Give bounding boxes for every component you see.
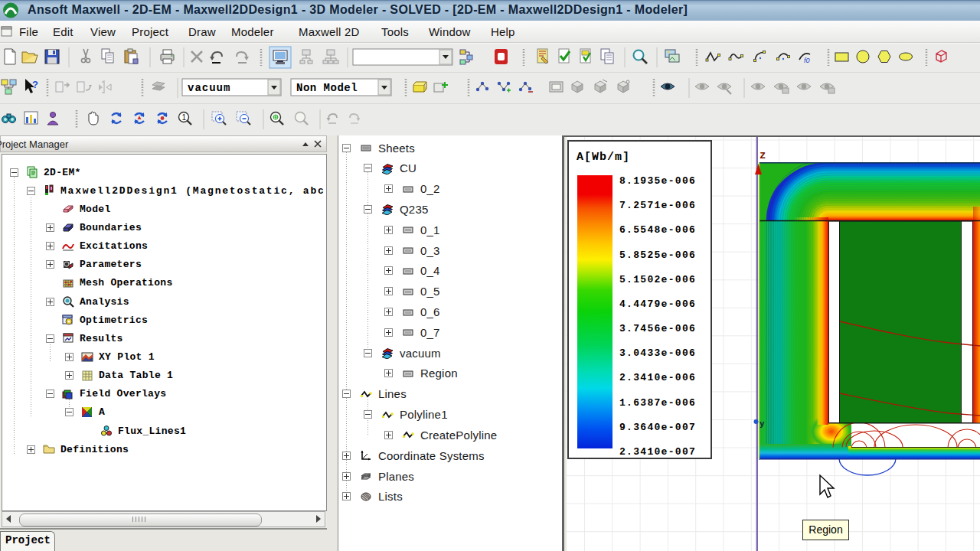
svg-text:z: z — [760, 149, 766, 161]
svg-text:1: 1 — [182, 113, 187, 122]
svg-text:vacuum: vacuum — [188, 82, 230, 94]
svg-text:Non Model: Non Model — [296, 82, 358, 94]
svg-text:f0: f0 — [804, 57, 810, 64]
svg-text:y: y — [760, 419, 765, 429]
svg-text:?: ? — [32, 79, 38, 90]
